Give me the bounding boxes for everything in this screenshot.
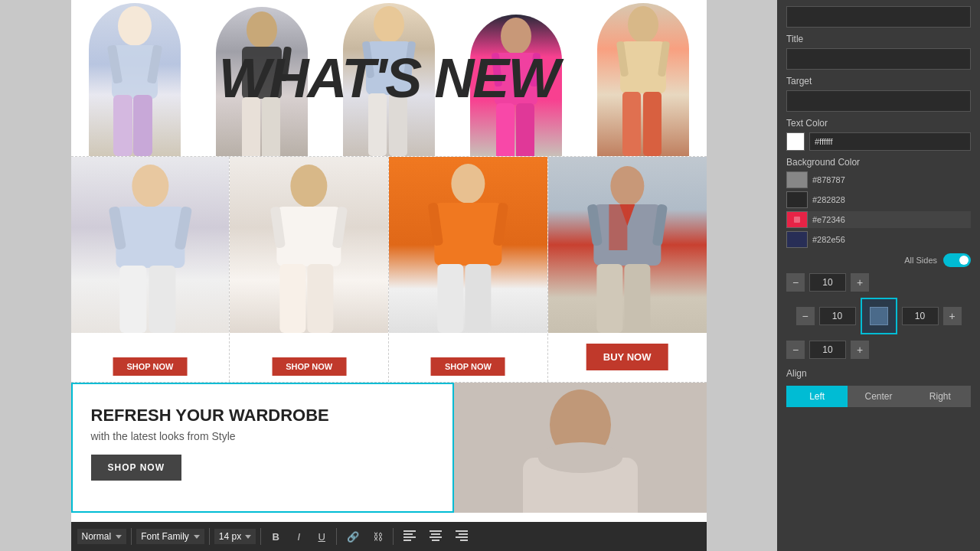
italic-button[interactable]: I <box>289 528 309 546</box>
svg-rect-58 <box>403 540 411 541</box>
svg-rect-21 <box>496 103 514 156</box>
link-button[interactable]: 🔗 <box>341 528 364 546</box>
svg-rect-42 <box>434 203 501 266</box>
underline-button[interactable]: U <box>312 528 332 546</box>
svg-rect-30 <box>116 207 185 268</box>
align-center-button[interactable]: Center <box>848 386 909 407</box>
spacing-bottom-plus[interactable]: + <box>851 341 869 359</box>
svg-point-11 <box>374 6 404 43</box>
align-section: Align Left Center Right <box>786 368 971 407</box>
spacing-top-input[interactable] <box>809 273 846 292</box>
spacing-right-row: + <box>902 307 962 325</box>
bg-color-hex-1: #282828 <box>812 195 845 204</box>
svg-rect-61 <box>430 536 442 538</box>
spacing-right-input[interactable] <box>902 307 939 325</box>
figure-5 <box>597 3 689 156</box>
page-content: WHAT'S NEW SHOP NOW <box>71 0 707 551</box>
product-cell-1: SHOP NOW <box>71 157 230 382</box>
shop-now-button[interactable]: SHOP NOW <box>91 455 181 481</box>
toolbar-separator-1 <box>131 528 132 545</box>
svg-rect-33 <box>119 266 146 333</box>
svg-rect-28 <box>643 92 662 156</box>
svg-rect-36 <box>277 207 341 266</box>
svg-rect-56 <box>403 533 413 535</box>
target-input[interactable] <box>786 90 971 112</box>
svg-rect-34 <box>149 266 175 333</box>
svg-rect-5 <box>133 95 152 156</box>
align-right-button[interactable] <box>450 527 473 546</box>
toolbar-separator-4 <box>336 528 337 545</box>
spacing-top-plus[interactable]: + <box>851 273 869 292</box>
hero-section: WHAT'S NEW <box>71 0 707 157</box>
align-left-button[interactable] <box>398 527 421 546</box>
spacing-right-plus[interactable]: + <box>943 307 962 325</box>
toolbar-separator-2 <box>209 528 210 545</box>
bg-swatch-3 <box>786 231 808 248</box>
bg-color-section: Background Color #878787 #282828 #e72346… <box>786 157 971 267</box>
bg-color-row-1[interactable]: #282828 <box>786 191 971 208</box>
bg-color-hex-0: #878787 <box>812 175 845 184</box>
svg-point-6 <box>247 11 277 48</box>
bold-button[interactable]: B <box>266 528 286 546</box>
title-label: Title <box>786 34 971 44</box>
bg-color-row-0[interactable]: #878787 <box>786 171 971 188</box>
photo-block <box>454 383 707 513</box>
figure-1 <box>89 3 181 156</box>
svg-point-47 <box>610 166 644 206</box>
target-section: Target <box>786 76 971 112</box>
bg-swatch-1 <box>786 191 808 208</box>
product-cell-3: SHOP NOW <box>389 157 548 382</box>
spacing-left-input[interactable] <box>819 307 856 325</box>
all-sides-toggle[interactable] <box>943 253 971 267</box>
formatting-toolbar: Normal Font Family 14 px B I U 🔗 ⛓ <box>71 522 707 551</box>
product-figure-1 <box>71 157 230 333</box>
svg-rect-53 <box>596 264 622 333</box>
product-button-1[interactable]: SHOP NOW <box>113 357 187 376</box>
spacing-top-row: − + <box>786 273 971 292</box>
spacing-left-minus[interactable]: − <box>796 307 815 325</box>
bg-color-list: #878787 #282828 #e72346 #282e56 <box>786 171 971 248</box>
spacing-left-row: − <box>796 307 856 325</box>
buy-now-button[interactable]: BUY NOW <box>586 344 668 370</box>
spacing-bottom-minus[interactable]: − <box>786 341 805 359</box>
all-sides-row: All Sides <box>786 253 971 267</box>
product-figure-2 <box>230 157 388 333</box>
bg-color-row-2[interactable]: #e72346 <box>786 211 971 228</box>
product-button-2[interactable]: SHOP NOW <box>272 357 346 376</box>
text-style-dropdown[interactable]: Normal <box>77 529 127 544</box>
product-cell-2: SHOP NOW <box>230 157 389 382</box>
align-left-button[interactable]: Left <box>786 386 848 407</box>
promo-title: REFRESH YOUR WARDROBE <box>91 406 434 425</box>
padding-grid-row: − + <box>786 298 971 334</box>
bg-swatch-0 <box>786 171 808 188</box>
svg-rect-27 <box>622 92 641 156</box>
bg-color-row-3[interactable]: #282e56 <box>786 231 971 248</box>
top-input[interactable] <box>786 6 971 28</box>
svg-rect-66 <box>460 540 468 541</box>
svg-rect-57 <box>403 536 416 538</box>
size-dropdown-arrow-icon <box>245 535 251 539</box>
font-family-dropdown[interactable]: Font Family <box>136 529 204 544</box>
spacing-bottom-input[interactable] <box>809 341 846 359</box>
product-cell-4: BUY NOW <box>548 157 707 382</box>
svg-rect-60 <box>431 533 440 535</box>
svg-rect-4 <box>113 95 132 156</box>
text-color-input[interactable] <box>809 132 971 151</box>
all-sides-label: All Sides <box>904 256 937 265</box>
align-right-button[interactable]: Right <box>910 386 971 407</box>
text-color-swatch[interactable] <box>786 132 805 151</box>
svg-rect-59 <box>430 530 442 532</box>
title-input[interactable] <box>786 48 971 70</box>
unlink-button[interactable]: ⛓ <box>368 528 388 546</box>
product-button-3[interactable]: SHOP NOW <box>431 357 505 376</box>
product-grid: SHOP NOW SHOP NOW <box>71 157 707 383</box>
promo-subtitle: with the latest looks from Style <box>91 430 434 442</box>
align-center-button[interactable] <box>424 527 447 546</box>
text-color-row <box>786 132 971 151</box>
font-size-selector[interactable]: 14 px <box>214 529 256 544</box>
spacing-top-minus[interactable]: − <box>786 273 805 292</box>
align-label: Align <box>786 368 971 379</box>
product-figure-3 <box>389 157 547 333</box>
font-dropdown-arrow-icon <box>194 535 200 539</box>
padding-box-visual <box>861 298 897 334</box>
